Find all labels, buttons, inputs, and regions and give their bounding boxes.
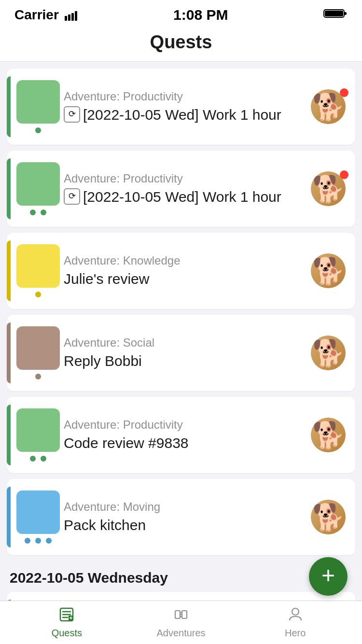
card-dots — [35, 127, 41, 133]
notification-badge — [340, 88, 348, 97]
card-color-box — [16, 326, 60, 370]
card-adventure: Adventure: Social — [64, 336, 304, 350]
hero-tab-icon — [288, 607, 303, 626]
card-content: Adventure: Productivity Code review #983… — [64, 418, 309, 452]
carrier-text: Carrier — [14, 7, 78, 23]
quest-card[interactable]: Adventure: Productivity ⟳[2022-10-05 Wed… — [7, 151, 355, 227]
card-dot — [30, 456, 36, 462]
card-accent — [7, 322, 11, 383]
card-image-area — [11, 405, 64, 465]
tab-hero[interactable]: Hero — [238, 607, 352, 639]
svg-point-19 — [292, 608, 299, 615]
card-dots — [25, 538, 52, 544]
card-color-box — [16, 244, 60, 288]
quest-card[interactable]: Adventure: Productivity ⟳[2022-10-05 Wed… — [7, 69, 355, 145]
card-content: Adventure: Social Reply Bobbi — [64, 336, 309, 370]
status-bar: Carrier 1:08 PM — [0, 0, 362, 27]
svg-rect-2 — [71, 13, 74, 21]
card-dot — [30, 210, 36, 215]
card-title: Code review #9838 — [64, 434, 304, 452]
hero-tab-label: Hero — [285, 628, 306, 639]
card-dots — [30, 456, 46, 462]
card-dot — [35, 374, 41, 379]
card-dots — [35, 374, 41, 379]
quests-tab-icon — [59, 607, 74, 626]
card-content: Adventure: Knowledge Julie's review — [64, 254, 309, 288]
page-title-bar: Quests — [0, 27, 362, 62]
card-image-area — [11, 158, 64, 219]
quest-list: Adventure: Productivity ⟳[2022-10-05 Wed… — [0, 62, 362, 644]
card-adventure: Adventure: Knowledge — [64, 254, 304, 267]
tab-adventures[interactable]: Adventures — [124, 607, 238, 639]
card-image-area — [11, 240, 64, 301]
repeat-icon: ⟳ — [64, 188, 80, 205]
plus-icon: + — [321, 564, 335, 587]
quest-card[interactable]: Adventure: Moving Pack kitchen 🐕 — [7, 479, 355, 555]
page-title: Quests — [0, 32, 362, 53]
card-dot — [41, 456, 46, 462]
adventures-tab-label: Adventures — [156, 628, 205, 639]
card-title: ⟳[2022-10-05 Wed] Work 1 hour — [64, 105, 304, 124]
card-title: Julie's review — [64, 269, 304, 288]
status-time: 1:08 PM — [173, 7, 228, 23]
card-dots — [30, 210, 46, 215]
svg-rect-5 — [344, 12, 347, 15]
card-accent — [7, 405, 11, 465]
card-dot — [35, 127, 41, 133]
card-dots — [35, 292, 41, 297]
card-image-area — [11, 322, 64, 383]
quest-card[interactable]: Adventure: Knowledge Julie's review 🐕 — [7, 233, 355, 309]
card-avatar-area: 🐕 — [309, 171, 348, 206]
card-dot — [46, 538, 52, 544]
svg-rect-0 — [65, 16, 67, 21]
card-avatar-area: 🐕 — [309, 500, 348, 534]
card-color-box — [16, 80, 60, 124]
card-dot — [25, 538, 30, 544]
card-content: Adventure: Productivity ⟳[2022-10-05 Wed… — [64, 90, 309, 124]
card-title: Pack kitchen — [64, 516, 304, 534]
card-adventure: Adventure: Productivity — [64, 418, 304, 432]
card-color-box — [16, 490, 60, 534]
card-adventure: Adventure: Productivity — [64, 90, 304, 103]
quest-card[interactable]: Adventure: Social Reply Bobbi 🐕 — [7, 315, 355, 391]
card-image-area — [11, 76, 64, 137]
card-avatar-area: 🐕 — [309, 253, 348, 288]
card-image-area — [11, 487, 64, 547]
adventures-tab-icon — [173, 607, 189, 626]
card-color-box — [16, 162, 60, 206]
quests-tab-label: Quests — [52, 628, 82, 639]
card-adventure: Adventure: Productivity — [64, 172, 304, 185]
card-dot — [35, 538, 41, 544]
svg-rect-14 — [175, 611, 180, 618]
svg-rect-3 — [75, 11, 77, 21]
card-accent — [7, 240, 11, 301]
svg-rect-15 — [182, 611, 187, 618]
card-title: ⟳[2022-10-05 Wed] Work 1 hour — [64, 187, 304, 206]
card-accent — [7, 487, 11, 547]
notification-badge — [340, 170, 348, 179]
add-quest-fab[interactable]: + — [309, 557, 348, 596]
card-avatar-area: 🐕 — [309, 336, 348, 370]
status-battery — [323, 8, 348, 22]
card-content: Adventure: Moving Pack kitchen — [64, 500, 309, 534]
card-dot — [41, 210, 46, 215]
card-adventure: Adventure: Moving — [64, 500, 304, 514]
card-avatar-area: 🐕 — [309, 418, 348, 452]
card-title: Reply Bobbi — [64, 351, 304, 370]
svg-rect-6 — [325, 11, 343, 16]
tab-quests[interactable]: Quests — [10, 607, 124, 639]
tab-bar: Quests Adventures Hero — [0, 601, 362, 644]
card-avatar-area: 🐕 — [309, 89, 348, 124]
card-accent — [7, 158, 11, 219]
repeat-icon: ⟳ — [64, 106, 80, 123]
card-content: Adventure: Productivity ⟳[2022-10-05 Wed… — [64, 172, 309, 206]
card-dot — [35, 292, 41, 297]
svg-rect-1 — [68, 14, 70, 21]
card-color-box — [16, 408, 60, 452]
quest-card[interactable]: Adventure: Productivity Code review #983… — [7, 397, 355, 473]
card-accent — [7, 76, 11, 137]
section-header: 2022-10-05 Wednesday — [0, 561, 362, 592]
